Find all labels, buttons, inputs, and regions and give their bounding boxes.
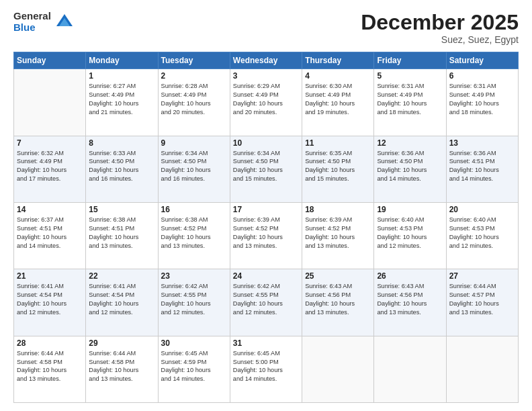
calendar-cell: 21Sunrise: 6:41 AM Sunset: 4:54 PM Dayli… — [14, 269, 86, 336]
calendar-cell: 10Sunrise: 6:34 AM Sunset: 4:50 PM Dayli… — [230, 136, 302, 202]
calendar-cell: 29Sunrise: 6:44 AM Sunset: 4:58 PM Dayli… — [86, 336, 158, 402]
day-info: Sunrise: 6:38 AM Sunset: 4:52 PM Dayligh… — [161, 216, 227, 250]
calendar-week-2: 7Sunrise: 6:32 AM Sunset: 4:49 PM Daylig… — [14, 136, 519, 202]
calendar-cell: 23Sunrise: 6:42 AM Sunset: 4:55 PM Dayli… — [158, 269, 230, 336]
day-info: Sunrise: 6:31 AM Sunset: 4:49 PM Dayligh… — [377, 82, 443, 117]
calendar-cell — [446, 336, 518, 402]
calendar-cell: 11Sunrise: 6:35 AM Sunset: 4:50 PM Dayli… — [302, 136, 374, 202]
day-number: 5 — [377, 71, 443, 81]
day-info: Sunrise: 6:38 AM Sunset: 4:51 PM Dayligh… — [89, 216, 154, 250]
day-number: 25 — [305, 271, 371, 281]
calendar-cell: 19Sunrise: 6:40 AM Sunset: 4:53 PM Dayli… — [374, 202, 446, 269]
day-number: 9 — [161, 138, 227, 148]
day-info: Sunrise: 6:40 AM Sunset: 4:53 PM Dayligh… — [449, 216, 515, 250]
day-number: 15 — [89, 205, 154, 214]
calendar-cell: 2Sunrise: 6:28 AM Sunset: 4:49 PM Daylig… — [158, 69, 230, 136]
calendar-cell: 7Sunrise: 6:32 AM Sunset: 4:49 PM Daylig… — [14, 136, 86, 202]
calendar-header-monday: Monday — [86, 52, 158, 69]
day-number: 17 — [233, 205, 299, 214]
calendar-cell: 14Sunrise: 6:37 AM Sunset: 4:51 PM Dayli… — [14, 202, 86, 269]
calendar-cell: 15Sunrise: 6:38 AM Sunset: 4:51 PM Dayli… — [86, 202, 158, 269]
day-number: 20 — [449, 205, 515, 214]
day-info: Sunrise: 6:45 AM Sunset: 5:00 PM Dayligh… — [233, 349, 299, 384]
day-number: 14 — [17, 205, 83, 214]
day-info: Sunrise: 6:40 AM Sunset: 4:53 PM Dayligh… — [377, 216, 443, 250]
day-info: Sunrise: 6:42 AM Sunset: 4:55 PM Dayligh… — [161, 282, 227, 317]
day-info: Sunrise: 6:35 AM Sunset: 4:50 PM Dayligh… — [305, 149, 371, 184]
calendar-cell — [374, 336, 446, 402]
day-info: Sunrise: 6:44 AM Sunset: 4:57 PM Dayligh… — [449, 282, 515, 317]
calendar-cell: 28Sunrise: 6:44 AM Sunset: 4:58 PM Dayli… — [14, 336, 86, 402]
day-number: 31 — [233, 338, 299, 348]
day-number: 28 — [17, 338, 83, 348]
calendar-header-saturday: Saturday — [446, 52, 518, 69]
logo-text: General Blue — [13, 11, 51, 33]
day-number: 26 — [377, 271, 443, 281]
day-info: Sunrise: 6:39 AM Sunset: 4:52 PM Dayligh… — [305, 216, 371, 250]
day-info: Sunrise: 6:43 AM Sunset: 4:56 PM Dayligh… — [305, 282, 371, 317]
calendar-cell: 12Sunrise: 6:36 AM Sunset: 4:50 PM Dayli… — [374, 136, 446, 202]
calendar-cell: 6Sunrise: 6:31 AM Sunset: 4:49 PM Daylig… — [446, 69, 518, 136]
day-number: 13 — [449, 138, 515, 148]
day-number: 10 — [233, 138, 299, 148]
day-number: 1 — [89, 71, 154, 81]
calendar-cell: 8Sunrise: 6:33 AM Sunset: 4:50 PM Daylig… — [86, 136, 158, 202]
day-number: 8 — [89, 138, 154, 148]
day-number: 4 — [305, 71, 371, 81]
day-info: Sunrise: 6:41 AM Sunset: 4:54 PM Dayligh… — [17, 282, 83, 317]
day-number: 19 — [377, 205, 443, 214]
calendar-cell: 17Sunrise: 6:39 AM Sunset: 4:52 PM Dayli… — [230, 202, 302, 269]
day-number: 29 — [89, 338, 154, 348]
day-number: 3 — [233, 71, 299, 81]
day-info: Sunrise: 6:41 AM Sunset: 4:54 PM Dayligh… — [89, 282, 154, 317]
calendar-header-thursday: Thursday — [302, 52, 374, 69]
calendar-cell: 24Sunrise: 6:42 AM Sunset: 4:55 PM Dayli… — [230, 269, 302, 336]
calendar-cell: 3Sunrise: 6:29 AM Sunset: 4:49 PM Daylig… — [230, 69, 302, 136]
day-info: Sunrise: 6:29 AM Sunset: 4:49 PM Dayligh… — [233, 82, 299, 117]
calendar-cell: 22Sunrise: 6:41 AM Sunset: 4:54 PM Dayli… — [86, 269, 158, 336]
calendar-cell: 30Sunrise: 6:45 AM Sunset: 4:59 PM Dayli… — [158, 336, 230, 402]
calendar-week-5: 28Sunrise: 6:44 AM Sunset: 4:58 PM Dayli… — [14, 336, 519, 402]
month-title: December 2025 — [361, 11, 519, 34]
calendar-cell: 1Sunrise: 6:27 AM Sunset: 4:49 PM Daylig… — [86, 69, 158, 136]
day-number: 16 — [161, 205, 227, 214]
day-number: 2 — [161, 71, 227, 81]
logo-general-text: General — [13, 11, 51, 22]
calendar-cell — [14, 69, 86, 136]
day-info: Sunrise: 6:34 AM Sunset: 4:50 PM Dayligh… — [161, 149, 227, 184]
day-info: Sunrise: 6:32 AM Sunset: 4:49 PM Dayligh… — [17, 149, 83, 184]
header-right: December 2025 Suez, Suez, Egypt — [361, 11, 519, 45]
day-info: Sunrise: 6:37 AM Sunset: 4:51 PM Dayligh… — [17, 216, 83, 250]
day-info: Sunrise: 6:28 AM Sunset: 4:49 PM Dayligh… — [161, 82, 227, 117]
calendar-header-sunday: Sunday — [14, 52, 86, 69]
calendar-cell: 13Sunrise: 6:36 AM Sunset: 4:51 PM Dayli… — [446, 136, 518, 202]
day-number: 12 — [377, 138, 443, 148]
calendar-cell: 31Sunrise: 6:45 AM Sunset: 5:00 PM Dayli… — [230, 336, 302, 402]
calendar-cell: 16Sunrise: 6:38 AM Sunset: 4:52 PM Dayli… — [158, 202, 230, 269]
page: General Blue December 2025 Suez, Suez, E… — [0, 0, 532, 411]
calendar-cell: 27Sunrise: 6:44 AM Sunset: 4:57 PM Dayli… — [446, 269, 518, 336]
day-info: Sunrise: 6:34 AM Sunset: 4:50 PM Dayligh… — [233, 149, 299, 184]
day-number: 22 — [89, 271, 154, 281]
day-info: Sunrise: 6:43 AM Sunset: 4:56 PM Dayligh… — [377, 282, 443, 317]
calendar-week-3: 14Sunrise: 6:37 AM Sunset: 4:51 PM Dayli… — [14, 202, 519, 269]
logo-icon — [55, 13, 74, 32]
calendar-cell: 9Sunrise: 6:34 AM Sunset: 4:50 PM Daylig… — [158, 136, 230, 202]
day-info: Sunrise: 6:44 AM Sunset: 4:58 PM Dayligh… — [17, 349, 83, 384]
calendar-cell: 4Sunrise: 6:30 AM Sunset: 4:49 PM Daylig… — [302, 69, 374, 136]
calendar-cell — [302, 336, 374, 402]
calendar-cell: 26Sunrise: 6:43 AM Sunset: 4:56 PM Dayli… — [374, 269, 446, 336]
day-info: Sunrise: 6:30 AM Sunset: 4:49 PM Dayligh… — [305, 82, 371, 117]
calendar-header-friday: Friday — [374, 52, 446, 69]
calendar-header-wednesday: Wednesday — [230, 52, 302, 69]
location: Suez, Suez, Egypt — [361, 34, 519, 45]
day-info: Sunrise: 6:45 AM Sunset: 4:59 PM Dayligh… — [161, 349, 227, 384]
calendar-header-row: SundayMondayTuesdayWednesdayThursdayFrid… — [14, 52, 519, 69]
logo: General Blue — [13, 11, 74, 33]
day-number: 30 — [161, 338, 227, 348]
day-info: Sunrise: 6:39 AM Sunset: 4:52 PM Dayligh… — [233, 216, 299, 250]
day-number: 11 — [305, 138, 371, 148]
calendar-week-1: 1Sunrise: 6:27 AM Sunset: 4:49 PM Daylig… — [14, 69, 519, 136]
day-info: Sunrise: 6:44 AM Sunset: 4:58 PM Dayligh… — [89, 349, 154, 384]
day-number: 7 — [17, 138, 83, 148]
